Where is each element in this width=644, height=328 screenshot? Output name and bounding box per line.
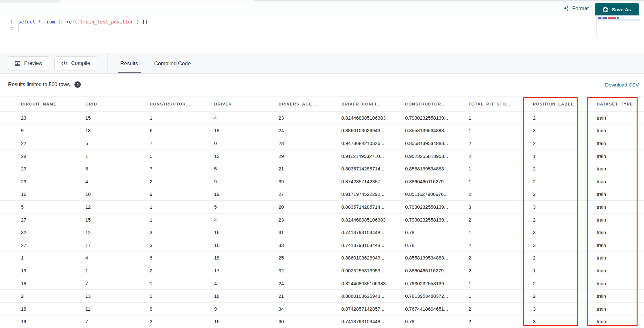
save-as-button[interactable]: Save As [595, 3, 639, 16]
table-cell: 0.8860103626943... [341, 128, 405, 133]
table-cell: 9 [0, 128, 85, 133]
table-cell: 7 [150, 141, 214, 146]
table-cell: 0.9023255813953... [405, 153, 469, 159]
minimap-selection-band [597, 19, 640, 21]
row-limit-text: Results limited to 500 rows. [8, 82, 71, 87]
table-cell: 0.8558139534883... [405, 128, 469, 133]
table-cell: 31 [279, 230, 341, 235]
table-cell: 32 [0, 230, 85, 235]
table-cell: 0.8860103626943... [341, 293, 405, 299]
preview-button[interactable]: Preview [8, 56, 49, 70]
table-cell: 1 [469, 179, 533, 184]
table-row: 2717316330.7413793103448...0.7823train [0, 239, 644, 252]
help-icon[interactable]: ? [74, 81, 81, 88]
table-cell: 27 [0, 217, 85, 223]
download-csv-link[interactable]: Download CSV [605, 82, 639, 88]
table-cell: 4 [214, 217, 279, 223]
table-cell: 5 [0, 204, 85, 210]
table-cell: 12 [85, 204, 150, 210]
table-cell: 18 [0, 306, 85, 312]
compile-button[interactable]: Compile [54, 56, 97, 70]
editor-header-bar: Format Save As [0, 3, 644, 15]
tab-compiled-code[interactable]: Compiled Code [150, 53, 195, 73]
table-cell: train [597, 255, 644, 260]
table-cell: 6 [150, 255, 214, 260]
table-cell: 2 [533, 166, 597, 171]
table-cell: 27 [0, 242, 85, 248]
table-cell: 23 [279, 217, 341, 223]
table-cell: 0.7930232558139... [405, 204, 469, 210]
table-cell: 17 [214, 268, 279, 273]
table-cell: 0.78 [405, 230, 469, 235]
table-cell: 20 [279, 204, 341, 210]
table-cell: 29 [279, 153, 341, 159]
tab-results[interactable]: Results [117, 53, 142, 73]
editor-minimap[interactable] [596, 16, 640, 38]
table-cell: 2 [533, 191, 597, 197]
table-cell: 18 [214, 293, 279, 299]
table-cell: train [597, 306, 644, 312]
table-cell: 1 [0, 255, 85, 260]
table-cell: 0.8035714285714... [341, 204, 405, 210]
table-cell: 27 [279, 191, 341, 197]
table-cell: 1 [469, 166, 533, 171]
table-cell: 0.824468085106383 [341, 115, 405, 121]
table-cell: 16 [214, 242, 279, 248]
table-cell: 32 [279, 268, 341, 273]
table-cell: 0.78 [405, 319, 469, 324]
table-cell: 0.7413793103448... [341, 230, 405, 235]
column-header: DATASET_TYPE [597, 102, 644, 106]
table-cell: train [597, 191, 644, 197]
table-cell: 3 [533, 204, 597, 210]
table-cell: 0.7413793103448... [341, 319, 405, 324]
code-editor[interactable]: 1select * from {{ ref('train_test_positi… [0, 15, 644, 53]
table-cell: 0 [150, 293, 214, 299]
table-row: 51215200.8035714285714...0.7930232558139… [0, 201, 644, 214]
editor-active-line [18, 25, 639, 32]
table-cell: 19 [0, 319, 85, 324]
table-cell: 0.7813953488372... [405, 293, 469, 299]
panel-tab-edge-left [0, 0, 60, 3]
table-cell: 3 [533, 128, 597, 133]
table-row: 281512290.9112149532710...0.902325581395… [0, 150, 644, 163]
table-cell: 0.9473684210526... [341, 141, 405, 146]
results-toolbar: Preview Compile ResultsCompiled Code [0, 53, 644, 74]
table-cell: 4 [214, 115, 279, 121]
table-row: 271514230.8244680851063830.7930232558139… [0, 214, 644, 226]
table-cell: 2 [469, 306, 533, 312]
code-line[interactable]: 1select * from {{ ref('train_test_positi… [0, 18, 644, 25]
results-info-bar: Results limited to 500 rows. ? Download … [0, 74, 644, 96]
minimap-code-line [598, 17, 619, 19]
column-header: DRIVER_CONFI... [341, 102, 405, 106]
table-cell: 18 [214, 255, 279, 260]
table-cell: 23 [0, 166, 85, 171]
table-cell: 9 [150, 191, 214, 197]
column-header: CIRCUIT_NAME [0, 102, 85, 106]
table-cell: 24 [279, 281, 341, 286]
table-row: 22570230.9473684210526...0.8558139534883… [0, 137, 644, 150]
table-cell: train [597, 281, 644, 286]
format-button[interactable]: Format [563, 5, 589, 12]
table-cell: 3 [469, 204, 533, 210]
table-cell: train [597, 242, 644, 248]
table-cell: 28 [0, 153, 85, 159]
table-grid-icon [14, 60, 21, 67]
table-cell: 0.7413793103448... [341, 242, 405, 248]
column-header: DRIVERS_AGE_... [279, 102, 341, 106]
table-cell: 7 [85, 281, 150, 286]
table-cell: 0.9023255813953... [341, 268, 405, 273]
table-cell: 0.8558139534883... [405, 141, 469, 146]
save-as-label: Save As [612, 7, 631, 13]
table-cell: 15 [85, 115, 150, 121]
table-cell: train [597, 204, 644, 210]
table-cell: train [597, 293, 644, 299]
table-cell: 21 [279, 166, 341, 171]
table-cell: 39 [279, 179, 341, 184]
table-cell: 1 [533, 268, 597, 273]
table-cell: 1 [150, 217, 214, 223]
table-row: 1610919270.9171974522292...0.85116279069… [0, 188, 644, 201]
table-cell: 0.8860103626943... [341, 255, 405, 260]
table-cell: train [597, 319, 644, 324]
table-body: 231514230.8244680851063830.7930232558139… [0, 112, 644, 328]
table-cell: 13 [85, 128, 150, 133]
